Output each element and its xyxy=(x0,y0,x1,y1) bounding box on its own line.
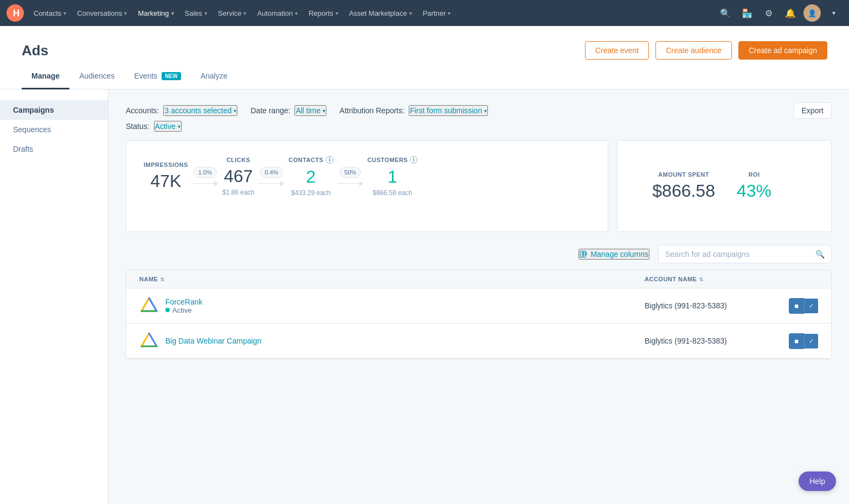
chevron-down-icon: ▾ xyxy=(124,10,127,16)
main-content: Accounts: 3 accounts selected ▾ Date ran… xyxy=(108,89,849,504)
filters-row-1: Accounts: 3 accounts selected ▾ Date ran… xyxy=(126,102,832,119)
row-info-2: Big Data Webinar Campaign xyxy=(165,337,261,345)
new-badge: NEW xyxy=(162,72,181,80)
notifications-icon[interactable]: 🔔 xyxy=(782,4,799,22)
nav-item-automation[interactable]: Automation ▾ xyxy=(252,0,303,26)
row-actions-2: ■ ✓ xyxy=(789,333,818,349)
nav-item-asset-marketplace[interactable]: Asset Marketplace ▾ xyxy=(344,0,417,26)
arrow-clicks-contacts: 0.4% xyxy=(259,167,284,186)
date-range-label: Date range: xyxy=(250,106,290,115)
account-chevron-icon[interactable]: ▾ xyxy=(825,4,842,22)
search-box: 🔍 xyxy=(658,245,832,263)
attribution-caret-icon: ▾ xyxy=(484,108,487,114)
manage-columns-button[interactable]: Manage columns xyxy=(578,249,649,260)
customers-label: CUSTOMERS ℹ xyxy=(368,156,418,164)
chevron-down-icon: ▾ xyxy=(204,10,207,16)
marketplace-icon[interactable]: 🏪 xyxy=(738,4,756,22)
hubspot-logo[interactable] xyxy=(7,4,24,22)
customers-info-icon[interactable]: ℹ xyxy=(410,156,417,164)
export-button[interactable]: Export xyxy=(794,102,832,119)
status-caret-icon: ▾ xyxy=(178,124,181,130)
search-icon[interactable]: 🔍 xyxy=(809,245,831,263)
tab-events[interactable]: Events NEW xyxy=(125,64,191,89)
nav-item-reports[interactable]: Reports ▾ xyxy=(303,0,344,26)
svg-line-6 xyxy=(142,298,149,311)
campaign-name-link-2[interactable]: Big Data Webinar Campaign xyxy=(165,337,261,345)
nav-item-contacts[interactable]: Contacts ▾ xyxy=(28,0,72,26)
create-ad-campaign-button[interactable]: Create ad campaign xyxy=(738,41,827,60)
google-ads-icon-2 xyxy=(139,331,159,351)
account-sort-icon[interactable]: ⇅ xyxy=(699,276,704,282)
sidebar-item-drafts[interactable]: Drafts xyxy=(0,139,108,159)
contacts-info-icon[interactable]: ℹ xyxy=(326,156,333,164)
stats-card-roi: AMOUNT SPENT $866.58 ROI 43% xyxy=(617,140,832,232)
row-action-toggle-2[interactable]: ■ xyxy=(789,333,805,349)
accounts-dropdown[interactable]: 3 accounts selected ▾ xyxy=(163,105,237,116)
tab-analyze[interactable]: Analyze xyxy=(191,64,237,89)
attribution-filter: Attribution Reports: First form submissi… xyxy=(339,105,488,116)
svg-rect-3 xyxy=(583,253,587,255)
sidebar-item-sequences[interactable]: Sequences xyxy=(0,120,108,139)
sidebar: Campaigns Sequences Drafts xyxy=(0,89,108,504)
search-icon[interactable]: 🔍 xyxy=(717,4,734,22)
row-action-dropdown[interactable]: ✓ xyxy=(805,299,818,313)
row-action-toggle[interactable]: ■ xyxy=(789,298,805,314)
settings-icon[interactable]: ⚙ xyxy=(760,4,777,22)
create-audience-button[interactable]: Create audience xyxy=(655,41,732,60)
nav-item-marketing[interactable]: Marketing ▾ xyxy=(132,0,179,26)
arrow-badge-clicks: 0.4% xyxy=(260,167,283,178)
impressions-label: IMPRESSIONS xyxy=(144,161,188,168)
contacts-label: CONTACTS ℹ xyxy=(288,156,333,164)
header-actions: Create event Create audience Create ad c… xyxy=(585,41,827,60)
stats-card-main: IMPRESSIONS 47K 1.0% xyxy=(126,140,608,232)
help-button[interactable]: Help xyxy=(799,471,836,491)
amount-spent-value: $866.58 xyxy=(652,181,715,201)
customers-stat: CUSTOMERS ℹ 1 $866.58 each xyxy=(368,156,418,197)
chevron-down-icon: ▾ xyxy=(448,10,451,16)
name-column-header: NAME ⇅ xyxy=(139,276,645,282)
accounts-caret-icon: ▾ xyxy=(234,108,236,114)
campaigns-table: NAME ⇅ ACCOUNT NAME ⇅ xyxy=(126,270,832,359)
accounts-label: Accounts: xyxy=(126,106,159,115)
date-range-dropdown[interactable]: All time ▾ xyxy=(294,105,326,116)
table-row: Big Data Webinar Campaign Biglytics (991… xyxy=(126,324,831,359)
tabs-bar: Manage Audiences Events NEW Analyze xyxy=(0,64,849,89)
clicks-stat: CLICKS 467 $1.86 each xyxy=(222,157,254,196)
tab-manage[interactable]: Manage xyxy=(22,64,69,89)
chevron-down-icon: ▾ xyxy=(243,10,246,16)
avatar[interactable]: 👤 xyxy=(803,4,821,22)
search-input[interactable] xyxy=(659,245,809,263)
svg-line-9 xyxy=(142,333,149,346)
impressions-value: 47K xyxy=(150,171,181,191)
nav-item-service[interactable]: Service ▾ xyxy=(213,0,252,26)
name-sort-icon[interactable]: ⇅ xyxy=(160,276,165,282)
row-name-cell: ForceRank Active xyxy=(139,296,645,315)
date-range-caret-icon: ▾ xyxy=(323,108,325,114)
date-range-filter: Date range: All time ▾ xyxy=(250,105,326,116)
account-name: Biglytics (991-823-5383) xyxy=(645,301,727,310)
google-ads-icon xyxy=(139,296,159,315)
arrow-badge-impressions: 1.0% xyxy=(194,167,217,178)
amount-spent-stat: AMOUNT SPENT $866.58 xyxy=(652,171,715,201)
campaign-name-link[interactable]: ForceRank xyxy=(165,298,202,306)
create-event-button[interactable]: Create event xyxy=(585,41,649,60)
tab-audiences[interactable]: Audiences xyxy=(69,64,124,89)
row-status: Active xyxy=(165,306,202,314)
sidebar-item-campaigns[interactable]: Campaigns xyxy=(0,100,108,120)
svg-rect-1 xyxy=(580,251,582,257)
nav-item-partner[interactable]: Partner ▾ xyxy=(417,0,456,26)
nav-item-conversations[interactable]: Conversations ▾ xyxy=(72,0,132,26)
page-header: Ads Create event Create audience Create … xyxy=(0,26,849,60)
status-dropdown[interactable]: Active ▾ xyxy=(154,121,182,132)
arrow-badge-contacts: 50% xyxy=(339,167,361,178)
main-layout: Campaigns Sequences Drafts Accounts: 3 a… xyxy=(0,89,849,504)
table-controls: Manage columns 🔍 xyxy=(126,245,832,263)
row-action-dropdown-2[interactable]: ✓ xyxy=(805,334,818,348)
stats-section: IMPRESSIONS 47K 1.0% xyxy=(126,140,832,232)
nav-right-actions: 🔍 🏪 ⚙ 🔔 👤 ▾ xyxy=(717,4,842,22)
nav-item-sales[interactable]: Sales ▾ xyxy=(179,0,213,26)
svg-line-7 xyxy=(149,298,157,311)
contacts-value: 2 xyxy=(306,167,316,187)
account-name-2: Biglytics (991-823-5383) xyxy=(645,337,727,345)
attribution-dropdown[interactable]: First form submission ▾ xyxy=(409,105,488,116)
